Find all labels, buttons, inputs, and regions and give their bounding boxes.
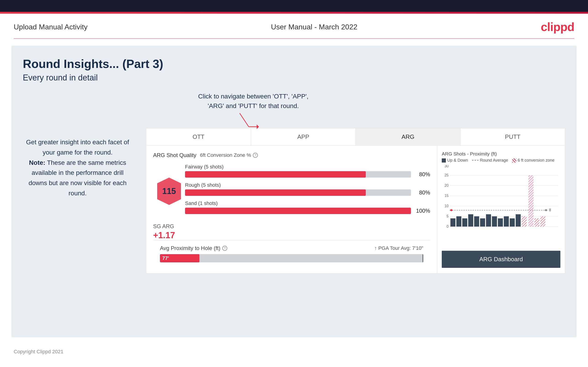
bar-12: [516, 214, 521, 226]
bar-7: [486, 214, 491, 226]
sg-label: SG ARG: [153, 223, 430, 230]
chart-header: ARG Shots - Proximity (ft): [442, 151, 560, 157]
bar-row-rough: Rough (5 shots) 80%: [185, 182, 430, 196]
description-note: Note:: [29, 159, 45, 166]
content-layout: Get greater insight into each facet of y…: [23, 92, 565, 274]
nav-hint-text: Click to navigate between 'OTT', 'APP','…: [189, 92, 317, 111]
hexagon: 115: [156, 177, 182, 206]
svg-text:20: 20: [444, 184, 449, 187]
bar-6: [480, 218, 485, 226]
svg-rect-23: [522, 216, 527, 226]
svg-text:10: 10: [444, 204, 449, 208]
chart-section: ARG Shots - Proximity (ft) Up & Down Rou…: [437, 146, 565, 273]
hex-score: 115: [162, 186, 176, 196]
bar-track-rough: [185, 189, 411, 196]
clippd-logo: clippd: [541, 20, 574, 34]
bar-5: [474, 216, 479, 226]
bar-container-rough: 80%: [185, 189, 430, 196]
bar-row-sand: Sand (1 shots) 100%: [185, 200, 430, 214]
document-title: User Manual - March 2022: [271, 23, 357, 31]
tab-putt[interactable]: PUTT: [460, 128, 565, 145]
bar-pct-sand: 100%: [414, 208, 430, 214]
hexagon-container: 115: [153, 177, 185, 206]
bar-track-fairway: [185, 171, 411, 178]
help-icon[interactable]: ?: [253, 153, 258, 158]
bar-pct-rough: 80%: [414, 189, 430, 196]
bar-label-fairway: Fairway (5 shots): [185, 164, 430, 170]
tab-arg[interactable]: ARG: [356, 128, 460, 145]
bar-4: [468, 214, 473, 226]
svg-text:8: 8: [549, 208, 551, 212]
bar-fill-fairway: [185, 171, 366, 178]
panel-body: ARG Shot Quality 6ft Conversion Zone % ?: [146, 146, 565, 273]
legend-hatched-box: [512, 158, 516, 163]
bar-8: [492, 216, 497, 226]
sg-value: +1.17: [153, 230, 430, 240]
page-title: Round Insights... (Part 3): [23, 57, 565, 71]
section-header: ARG Shot Quality 6ft Conversion Zone % ?: [153, 152, 430, 158]
legend-6ft: 6 ft conversion zone: [512, 158, 554, 163]
annotation-arrow: [240, 113, 267, 141]
bar-label-rough: Rough (5 shots): [185, 182, 430, 188]
header: Upload Manual Activity User Manual - Mar…: [0, 14, 588, 34]
nav-hint-container: Click to navigate between 'OTT', 'APP','…: [189, 92, 317, 141]
left-description: Get greater insight into each facet of y…: [23, 92, 132, 199]
proximity-fill: 77': [160, 254, 199, 262]
svg-text:15: 15: [444, 194, 449, 198]
proximity-track: 77': [160, 254, 423, 262]
bar-track-sand: [185, 208, 411, 214]
shot-quality-section: ARG Shot Quality 6ft Conversion Zone % ?: [146, 146, 437, 273]
bar-label-sand: Sand (1 shots): [185, 200, 430, 206]
main-content: Round Insights... (Part 3) Every round i…: [11, 46, 577, 337]
svg-rect-22: [528, 175, 534, 226]
legend-round-avg: Round Average: [472, 158, 508, 163]
chart-title: ARG Shots - Proximity (ft): [442, 151, 497, 157]
chart-legend: Up & Down Round Average 6 ft conversion …: [442, 158, 560, 163]
bar-11: [510, 218, 515, 226]
bar-row-fairway: Fairway (5 shots) 80%: [185, 164, 430, 178]
proximity-header: Avg Proximity to Hole (ft) ? ↑ PGA Tour …: [160, 245, 423, 251]
upload-manual-link[interactable]: Upload Manual Activity: [14, 23, 88, 31]
accent-bar: [0, 12, 588, 14]
bar-1: [450, 218, 455, 226]
arg-chart-svg: 0 5 10 15 20 25 30: [442, 165, 560, 229]
shot-quality-subtitle: 6ft Conversion Zone % ?: [200, 152, 258, 158]
footer: Copyright Clippd 2021: [0, 344, 588, 359]
top-bar: [0, 0, 588, 12]
bar-3: [462, 218, 467, 226]
proximity-title: Avg Proximity to Hole (ft) ?: [160, 245, 227, 251]
page-subtitle: Every round in detail: [23, 73, 565, 83]
bar-2: [456, 216, 461, 226]
bar-container-fairway: 80%: [185, 171, 430, 178]
bar-fill-sand: [185, 208, 411, 214]
svg-text:25: 25: [444, 173, 449, 177]
bar-9: [498, 218, 503, 226]
header-divider: [14, 38, 574, 39]
chart-area: 0 5 10 15 20 25 30: [442, 165, 560, 248]
bar-fill-rough: [185, 189, 366, 196]
svg-rect-25: [540, 216, 545, 226]
bar-pct-fairway: 80%: [414, 171, 430, 178]
shot-quality-title: ARG Shot Quality: [153, 152, 196, 158]
proximity-bar-container: 77': [160, 254, 423, 262]
legend-updown-box: [442, 158, 446, 163]
hex-score-row: 115 Fairway (5 shots) 80%: [153, 164, 430, 219]
legend-dashed-line: [472, 160, 478, 161]
proximity-cursor: [423, 254, 423, 262]
svg-line-0: [240, 113, 249, 127]
description-text: Get greater insight into each facet of y…: [23, 137, 132, 199]
svg-marker-18: [450, 209, 453, 211]
proximity-help-icon[interactable]: ?: [222, 246, 227, 251]
bar-10: [504, 216, 509, 226]
svg-text:5: 5: [447, 214, 449, 218]
arg-dashboard-button[interactable]: ARG Dashboard: [442, 251, 560, 268]
bar-container-sand: 100%: [185, 208, 430, 214]
pga-avg: ↑ PGA Tour Avg: 7'10": [374, 245, 423, 251]
copyright-text: Copyright Clippd 2021: [14, 349, 63, 354]
svg-marker-19: [545, 209, 548, 211]
svg-rect-24: [534, 218, 539, 226]
svg-text:0: 0: [447, 225, 449, 228]
svg-text:30: 30: [444, 165, 449, 168]
svg-marker-2: [257, 125, 259, 129]
sg-section: SG ARG +1.17: [153, 223, 430, 240]
